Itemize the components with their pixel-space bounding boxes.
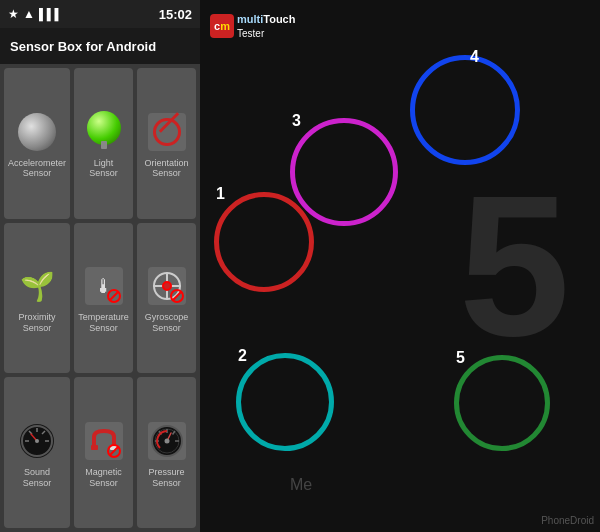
- bottom-label: Me: [290, 476, 312, 494]
- touch-number-2: 2: [238, 347, 247, 365]
- pressure-icon: [145, 419, 189, 463]
- logo-text: multiTouch Tester: [237, 12, 295, 41]
- orientation-label: OrientationSensor: [144, 158, 188, 180]
- touch-circle-1: [214, 192, 314, 292]
- touch-circle-5: [454, 355, 550, 451]
- signal-icon: ▌▌▌: [39, 8, 62, 20]
- sensor-tile-pressure[interactable]: PressureSensor: [137, 377, 196, 528]
- touch-number-4: 4: [470, 48, 479, 66]
- sensor-tile-gyroscope[interactable]: GyroscopeSensor: [137, 223, 196, 374]
- sound-label: SoundSensor: [23, 467, 52, 489]
- wifi-icon: ▲: [23, 7, 35, 21]
- touch-number-5: 5: [456, 349, 465, 367]
- accelerometer-label: AccelerometerSensor: [8, 158, 66, 180]
- magnetic-icon: [82, 419, 126, 463]
- sensor-tile-sound[interactable]: SoundSensor: [4, 377, 70, 528]
- gyroscope-label: GyroscopeSensor: [145, 312, 189, 334]
- accelerometer-icon: [15, 110, 59, 154]
- light-icon: [82, 110, 126, 154]
- sensor-tile-accelerometer[interactable]: AccelerometerSensor: [4, 68, 70, 219]
- status-bar: ★ ▲ ▌▌▌ 15:02: [0, 0, 200, 28]
- sensor-tile-orientation[interactable]: OrientationSensor: [137, 68, 196, 219]
- status-bar-icons: ★ ▲ ▌▌▌: [8, 7, 62, 21]
- left-panel: ★ ▲ ▌▌▌ 15:02 Sensor Box for Android Acc…: [0, 0, 200, 532]
- bluetooth-icon: ★: [8, 7, 19, 21]
- orientation-icon: [145, 110, 189, 154]
- svg-point-7: [35, 439, 39, 443]
- proximity-icon: 🌱: [15, 264, 59, 308]
- proximity-label: ProximitySensor: [19, 312, 56, 334]
- sensor-tile-light[interactable]: LightSensor: [74, 68, 133, 219]
- status-time: 15:02: [159, 7, 192, 22]
- light-label: LightSensor: [89, 158, 118, 180]
- touch-circle-3: [290, 118, 398, 226]
- sensor-tile-proximity[interactable]: 🌱 ProximitySensor: [4, 223, 70, 374]
- temperature-icon: 🌡: [82, 264, 126, 308]
- touch-circle-4: [410, 55, 520, 165]
- sensor-grid: AccelerometerSensor LightSensor: [0, 64, 200, 532]
- multitouch-background: cm multiTouch Tester 5 4 3 1 2 5 Me Phon…: [200, 0, 600, 532]
- svg-rect-8: [91, 445, 98, 450]
- sensor-tile-temperature[interactable]: 🌡 TemperatureSensor: [74, 223, 133, 374]
- app-logo: cm multiTouch Tester: [210, 12, 295, 41]
- touch-circle-2: [236, 353, 334, 451]
- background-number: 5: [459, 166, 570, 366]
- app-title: Sensor Box for Android: [10, 39, 156, 54]
- logo-icon: cm: [210, 14, 234, 38]
- temperature-label: TemperatureSensor: [78, 312, 129, 334]
- watermark: PhoneDroid: [541, 515, 594, 526]
- gyroscope-icon: [145, 264, 189, 308]
- touch-number-1: 1: [216, 185, 225, 203]
- pressure-label: PressureSensor: [149, 467, 185, 489]
- svg-point-18: [164, 438, 169, 443]
- sound-icon: [15, 419, 59, 463]
- right-panel: cm multiTouch Tester 5 4 3 1 2 5 Me Phon…: [200, 0, 600, 532]
- magnetic-label: MagneticSensor: [85, 467, 122, 489]
- sensor-tile-magnetic[interactable]: MagneticSensor: [74, 377, 133, 528]
- app-title-bar: Sensor Box for Android: [0, 28, 200, 64]
- touch-number-3: 3: [292, 112, 301, 130]
